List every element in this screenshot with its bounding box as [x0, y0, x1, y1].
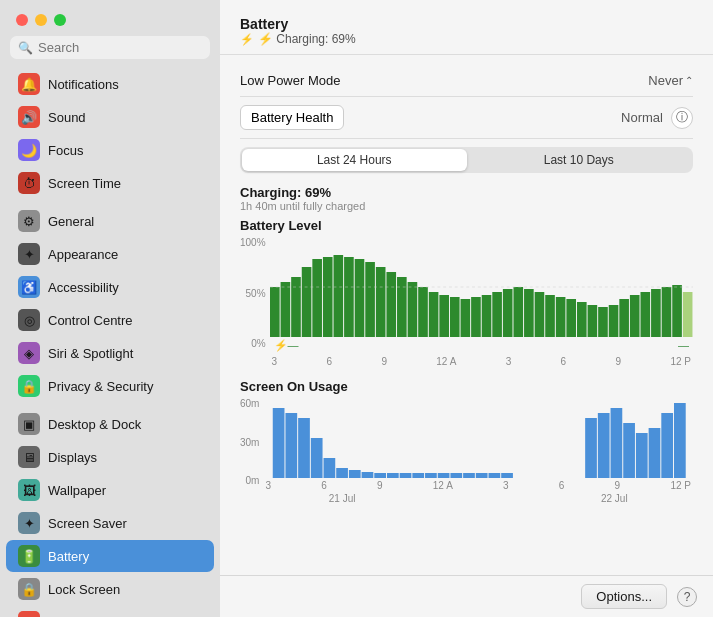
sidebar-item-lock-screen[interactable]: 🔒 Lock Screen [6, 573, 214, 605]
sidebar-item-battery[interactable]: 🔋 Battery [6, 540, 214, 572]
x-label-3p: 3 [506, 356, 512, 367]
search-input[interactable] [38, 40, 202, 55]
sidebar-item-label: General [48, 214, 94, 229]
low-power-value[interactable]: Never ⌃ [648, 73, 693, 88]
svg-rect-5 [323, 257, 333, 337]
battery-full-icon: — [678, 339, 689, 352]
notifications-icon: 🔔 [18, 73, 40, 95]
sound-icon: 🔊 [18, 106, 40, 128]
date-22-jul: 22 Jul [601, 493, 628, 504]
svg-rect-2 [291, 277, 301, 337]
sidebar-item-general[interactable]: ⚙ General [6, 205, 214, 237]
svg-rect-48 [362, 472, 374, 478]
sidebar-item-siri[interactable]: ◈ Siri & Spotlight [6, 337, 214, 369]
svg-rect-16 [439, 295, 449, 337]
svg-rect-13 [407, 282, 417, 337]
info-button[interactable]: ⓘ [671, 107, 693, 129]
minimize-button[interactable] [35, 14, 47, 26]
x-label-12a: 12 A [436, 356, 456, 367]
sidebar-item-label: Lock Screen [48, 582, 120, 597]
x-label-6a-2: 6 [321, 480, 327, 491]
sidebar-item-privacy[interactable]: 🔒 Privacy & Security [6, 370, 214, 402]
battery-health-button[interactable]: Battery Health [240, 105, 344, 130]
help-button[interactable]: ? [677, 587, 697, 607]
svg-rect-9 [365, 262, 375, 337]
svg-rect-49 [375, 473, 387, 478]
svg-rect-43 [299, 418, 311, 478]
battery-chart-svg [270, 237, 693, 337]
svg-rect-53 [426, 473, 438, 478]
siri-icon: ◈ [18, 342, 40, 364]
screensaver-icon: ✦ [18, 512, 40, 534]
sidebar-item-wallpaper[interactable]: 🖼 Wallpaper [6, 474, 214, 506]
svg-rect-50 [387, 473, 399, 478]
sidebar-item-control-centre[interactable]: ◎ Control Centre [6, 304, 214, 336]
maximize-button[interactable] [54, 14, 66, 26]
svg-rect-21 [492, 292, 502, 337]
traffic-lights [0, 0, 220, 36]
close-button[interactable] [16, 14, 28, 26]
general-icon: ⚙ [18, 210, 40, 232]
search-icon: 🔍 [18, 41, 33, 55]
svg-rect-52 [413, 473, 425, 478]
sidebar-item-label: Accessibility [48, 280, 119, 295]
controlcentre-icon: ◎ [18, 309, 40, 331]
sidebar-item-displays[interactable]: 🖥 Displays [6, 441, 214, 473]
svg-rect-1 [280, 282, 290, 337]
screen-usage-title: Screen On Usage [240, 379, 693, 394]
y-label-0: 0% [240, 338, 266, 349]
sidebar-item-screen-time[interactable]: ⏱ Screen Time [6, 167, 214, 199]
y-label-0m: 0m [240, 475, 259, 486]
svg-rect-18 [460, 299, 470, 337]
x-label-9p-2: 9 [615, 480, 621, 491]
sidebar-item-sound[interactable]: 🔊 Sound [6, 101, 214, 133]
svg-rect-26 [545, 295, 555, 337]
sidebar-item-label: Focus [48, 143, 83, 158]
last-24-hours-button[interactable]: Last 24 Hours [242, 149, 467, 171]
sidebar-item-appearance[interactable]: ✦ Appearance [6, 238, 214, 270]
usage-y-axis: 60m 30m 0m [240, 398, 259, 504]
y-label-100: 100% [240, 237, 266, 248]
svg-rect-11 [386, 272, 396, 337]
battery-x-axis: 3 6 9 12 A 3 6 9 12 P [270, 356, 693, 367]
desktop-icon: ▣ [18, 413, 40, 435]
battery-level-title: Battery Level [240, 218, 693, 233]
svg-rect-63 [624, 423, 636, 478]
battery-y-axis: 100% 50% 0% [240, 237, 266, 367]
svg-rect-45 [324, 458, 336, 478]
svg-rect-22 [502, 289, 512, 337]
sidebar-item-accessibility[interactable]: ♿ Accessibility [6, 271, 214, 303]
sidebar-item-touch-id[interactable]: ◉ Touch ID & Password [6, 606, 214, 617]
svg-rect-10 [375, 267, 385, 337]
low-power-mode-row: Low Power Mode Never ⌃ [240, 65, 693, 97]
svg-rect-33 [619, 299, 629, 337]
svg-rect-44 [311, 438, 323, 478]
svg-rect-54 [438, 473, 450, 478]
sidebar-item-desktop[interactable]: ▣ Desktop & Dock [6, 408, 214, 440]
last-10-days-button[interactable]: Last 10 Days [467, 149, 692, 171]
options-button[interactable]: Options... [581, 584, 667, 609]
screen-usage-section: Screen On Usage 60m 30m 0m [240, 379, 693, 504]
x-label-9a-2: 9 [377, 480, 383, 491]
svg-rect-0 [270, 287, 280, 337]
main-panel: Battery ⚡ ⚡ Charging: 69% Low Power Mode… [220, 0, 713, 617]
lockscreen-icon: 🔒 [18, 578, 40, 600]
svg-rect-46 [337, 468, 349, 478]
svg-rect-19 [471, 297, 481, 337]
accessibility-icon: ♿ [18, 276, 40, 298]
battery-health-right: Normal ⓘ [621, 107, 693, 129]
sidebar-item-label: Screen Saver [48, 516, 127, 531]
search-bar[interactable]: 🔍 [10, 36, 210, 59]
svg-rect-61 [598, 413, 610, 478]
sidebar-item-screen-saver[interactable]: ✦ Screen Saver [6, 507, 214, 539]
sidebar-item-focus[interactable]: 🌙 Focus [6, 134, 214, 166]
svg-rect-58 [489, 473, 501, 478]
svg-rect-62 [611, 408, 623, 478]
svg-rect-56 [464, 473, 476, 478]
sidebar-item-label: Desktop & Dock [48, 417, 141, 432]
sidebar-item-notifications[interactable]: 🔔 Notifications [6, 68, 214, 100]
battery-health-row: Battery Health Normal ⓘ [240, 97, 693, 139]
privacy-icon: 🔒 [18, 375, 40, 397]
svg-rect-23 [513, 287, 523, 337]
usage-chart-wrap: 60m 30m 0m [240, 398, 693, 504]
